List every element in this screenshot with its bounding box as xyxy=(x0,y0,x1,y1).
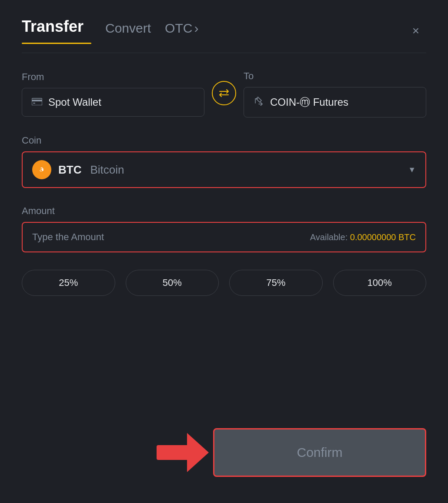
wallet-card-icon xyxy=(32,97,42,108)
tab-otc[interactable]: OTC › xyxy=(165,21,198,41)
bottom-row: Confirm xyxy=(22,419,426,477)
svg-rect-1 xyxy=(32,100,42,101)
confirm-button[interactable]: Confirm xyxy=(213,428,426,477)
amount-section: Amount Available: 0.00000000 BTC xyxy=(22,205,426,252)
to-col: To COIN-ⓜ Futures xyxy=(244,70,426,117)
to-wallet-selector[interactable]: COIN-ⓜ Futures xyxy=(244,87,426,117)
swap-container xyxy=(204,81,244,107)
amount-label: Amount xyxy=(22,205,55,216)
pct-75-button[interactable]: 75% xyxy=(229,270,323,296)
otc-chevron-icon: › xyxy=(194,21,198,36)
pct-100-button[interactable]: 100% xyxy=(333,270,427,296)
svg-rect-2 xyxy=(33,103,35,104)
futures-icon xyxy=(254,96,264,108)
coin-symbol: BTC xyxy=(58,163,81,177)
from-col: From Spot Wallet xyxy=(22,71,204,117)
red-arrow-icon xyxy=(157,433,209,472)
transfer-modal: Transfer Convert OTC › × From Spot Wall xyxy=(0,0,448,503)
tab-transfer[interactable]: Transfer xyxy=(22,17,91,44)
svg-marker-4 xyxy=(187,433,209,472)
svg-rect-0 xyxy=(32,98,42,105)
from-label: From xyxy=(22,71,204,83)
amount-input[interactable] xyxy=(32,231,310,243)
swap-button[interactable] xyxy=(212,81,236,105)
coin-selector[interactable]: BTC Bitcoin ▼ xyxy=(22,151,426,188)
close-button[interactable]: × xyxy=(405,20,426,41)
svg-rect-3 xyxy=(157,445,189,460)
pct-50-button[interactable]: 50% xyxy=(126,270,219,296)
to-wallet-label: COIN-ⓜ Futures xyxy=(270,95,348,109)
arrow-container xyxy=(157,433,213,472)
from-to-row: From Spot Wallet xyxy=(22,70,426,117)
header-divider xyxy=(22,53,426,53)
btc-icon xyxy=(32,160,51,179)
from-wallet-label: Spot Wallet xyxy=(48,96,101,108)
modal-header: Transfer Convert OTC › × xyxy=(22,17,426,44)
coin-chevron-icon: ▼ xyxy=(408,165,416,174)
from-wallet-selector[interactable]: Spot Wallet xyxy=(22,88,204,117)
tab-transfer-underline xyxy=(22,43,91,44)
pct-25-button[interactable]: 25% xyxy=(22,270,115,296)
percentage-row: 25% 50% 75% 100% xyxy=(22,270,426,296)
coin-section: Coin BTC Bitcoin ▼ xyxy=(22,135,426,188)
amount-box: Available: 0.00000000 BTC xyxy=(22,222,426,252)
to-label: To xyxy=(244,70,426,82)
tab-convert[interactable]: Convert xyxy=(105,21,151,41)
coin-label: Coin xyxy=(22,135,41,146)
available-text: Available: 0.00000000 BTC xyxy=(310,232,416,242)
coin-full-name: Bitcoin xyxy=(90,163,124,177)
available-value: 0.00000000 BTC xyxy=(350,232,416,242)
